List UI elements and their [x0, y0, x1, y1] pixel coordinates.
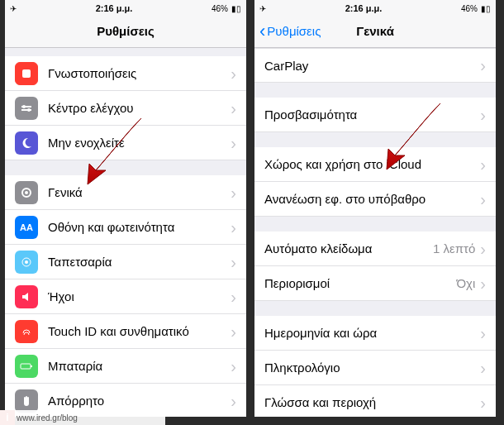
chevron-right-icon: › [231, 254, 236, 270]
cell-label: Γενικά [48, 185, 231, 199]
cell-language-region[interactable]: Γλώσσα και περιοχή › [254, 385, 496, 417]
svg-point-3 [22, 105, 26, 108]
phone-settings-general: ✈ 2:16 μ.μ. 46% ▮▯ ‹ Ρυθμίσεις Γενικά Ca… [254, 0, 496, 417]
cell-label: Οθόνη και φωτεινότητα [48, 220, 231, 234]
status-time: 2:16 μ.μ. [345, 3, 383, 13]
nav-title: Γενικά [356, 24, 394, 38]
svg-rect-10 [31, 365, 32, 367]
airplane-mode-icon: ✈ [259, 4, 266, 13]
notifications-icon [15, 62, 38, 85]
status-bar: ✈ 2:16 μ.μ. 46% ▮▯ [5, 0, 246, 15]
general-list: CarPlay › Προσβασιμότητα › Χώρος και χρή… [254, 48, 496, 417]
chevron-right-icon: › [480, 241, 486, 257]
moon-icon [15, 131, 38, 155]
svg-rect-0 [22, 69, 31, 78]
cell-general[interactable]: Γενικά › [5, 175, 246, 210]
cell-label: Touch ID και συνθηματικό [48, 324, 231, 338]
chevron-right-icon: › [231, 358, 236, 375]
battery-icon [15, 355, 38, 378]
cell-label: Ημερομηνία και ώρα [264, 326, 480, 340]
chevron-left-icon: ‹ [259, 22, 265, 41]
cell-battery[interactable]: Μπαταρία › [5, 349, 246, 384]
chevron-right-icon: › [231, 219, 236, 236]
cell-label: Μην ενοχλείτε [48, 136, 231, 150]
chevron-right-icon: › [480, 325, 486, 341]
chevron-right-icon: › [231, 393, 236, 409]
cell-date-time[interactable]: Ημερομηνία και ώρα › [254, 316, 496, 351]
battery-percent: 46% [461, 4, 478, 13]
cell-background-refresh[interactable]: Ανανέωση εφ. στο υπόβαθρο › [254, 182, 496, 217]
chevron-right-icon: › [231, 135, 236, 151]
chevron-right-icon: › [231, 184, 236, 201]
back-button[interactable]: ‹ Ρυθμίσεις [259, 22, 321, 41]
cell-label: Προσβασιμότητα [264, 107, 480, 122]
cell-keyboard[interactable]: Πληκτρολόγιο › [254, 351, 496, 385]
battery-percent: 46% [212, 4, 228, 13]
nav-bar: ‹ Ρυθμίσεις Γενικά [254, 15, 496, 48]
cell-touchid[interactable]: Touch ID και συνθηματικό › [5, 314, 246, 349]
battery-icon: ▮▯ [481, 4, 491, 13]
cell-value: 1 λεπτό [433, 241, 475, 255]
cell-sounds[interactable]: Ήχοι › [5, 279, 246, 314]
cell-notifications[interactable]: Γνωστοποιήσεις › [5, 56, 246, 91]
chevron-right-icon: › [231, 289, 236, 305]
nav-bar: Ρυθμίσεις [5, 15, 246, 48]
cell-label: Πληκτρολόγιο [264, 361, 480, 375]
status-time: 2:16 μ.μ. [96, 3, 133, 13]
chevron-right-icon: › [480, 360, 486, 376]
cell-label: Ταπετσαρία [48, 255, 231, 269]
cell-restrictions[interactable]: Περιορισμοί Όχι › [254, 266, 496, 301]
battery-icon: ▮▯ [231, 4, 241, 13]
cell-label: CarPlay [264, 59, 480, 73]
svg-rect-9 [21, 364, 31, 369]
cell-label: Γλώσσα και περιοχή [264, 395, 480, 409]
hand-icon [15, 389, 38, 413]
svg-point-8 [25, 260, 28, 264]
cell-label: Μπαταρία [48, 359, 231, 373]
chevron-right-icon: › [480, 57, 486, 74]
chevron-right-icon: › [231, 100, 236, 117]
cell-label: Περιορισμοί [264, 276, 457, 290]
status-bar: ✈ 2:16 μ.μ. 46% ▮▯ [254, 0, 496, 15]
cell-label: Γνωστοποιήσεις [48, 66, 231, 80]
chevron-right-icon: › [480, 107, 486, 123]
cell-label: Ήχοι [48, 289, 231, 303]
cell-label: Ανανέωση εφ. στο υπόβαθρο [264, 192, 480, 206]
cell-storage-icloud[interactable]: Χώρος και χρήση στο iCloud › [254, 147, 496, 182]
settings-list: Γνωστοποιήσεις › Κέντρο ελέγχου › Μην εν… [5, 48, 246, 417]
footer-url: www.ired.gr/blog [0, 410, 165, 425]
cell-value: Όχι [457, 276, 476, 290]
display-icon: AA [15, 216, 38, 239]
cell-control-center[interactable]: Κέντρο ελέγχου › [5, 91, 246, 126]
cell-label: Αυτόματο κλείδωμα [264, 241, 433, 255]
control-center-icon [15, 97, 38, 120]
fingerprint-icon [15, 320, 38, 343]
wallpaper-icon [15, 251, 38, 274]
cell-accessibility[interactable]: Προσβασιμότητα › [254, 98, 496, 132]
cell-label: Απόρρητο [48, 394, 231, 408]
gear-icon [15, 181, 38, 204]
svg-point-6 [25, 191, 28, 194]
cell-carplay[interactable]: CarPlay › [254, 48, 496, 83]
airplane-mode-icon: ✈ [10, 4, 17, 13]
sound-icon [15, 285, 38, 308]
chevron-right-icon: › [480, 156, 486, 173]
cell-label: Κέντρο ελέγχου [48, 101, 231, 115]
cell-dnd[interactable]: Μην ενοχλείτε › [5, 126, 246, 160]
chevron-right-icon: › [231, 65, 236, 82]
cell-autolock[interactable]: Αυτόματο κλείδωμα 1 λεπτό › [254, 232, 496, 266]
cell-display[interactable]: AA Οθόνη και φωτεινότητα › [5, 210, 246, 245]
nav-title: Ρυθμίσεις [97, 24, 155, 38]
cell-label: Χώρος και χρήση στο iCloud [264, 157, 480, 171]
chevron-right-icon: › [480, 191, 486, 208]
chevron-right-icon: › [480, 275, 486, 292]
back-label: Ρυθμίσεις [267, 24, 321, 38]
phone-settings-main: ✈ 2:16 μ.μ. 46% ▮▯ Ρυθμίσεις Γνωστοποιήσ… [5, 0, 246, 417]
chevron-right-icon: › [480, 394, 486, 411]
svg-point-4 [27, 108, 31, 112]
chevron-right-icon: › [231, 323, 236, 340]
cell-wallpaper[interactable]: Ταπετσαρία › [5, 245, 246, 279]
